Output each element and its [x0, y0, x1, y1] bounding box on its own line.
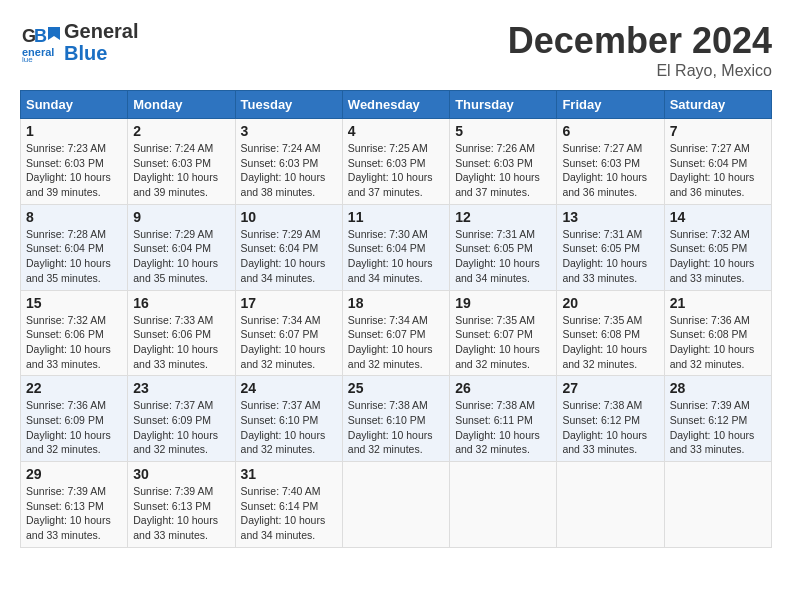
day-number: 8 [26, 209, 122, 225]
day-info: Sunrise: 7:29 AMSunset: 6:04 PMDaylight:… [133, 227, 229, 286]
day-number: 24 [241, 380, 337, 396]
day-cell: 19 Sunrise: 7:35 AMSunset: 6:07 PMDaylig… [450, 290, 557, 376]
day-cell: 23 Sunrise: 7:37 AMSunset: 6:09 PMDaylig… [128, 376, 235, 462]
svg-marker-2 [48, 27, 60, 40]
day-cell [342, 462, 449, 548]
day-info: Sunrise: 7:36 AMSunset: 6:08 PMDaylight:… [670, 313, 766, 372]
day-cell: 25 Sunrise: 7:38 AMSunset: 6:10 PMDaylig… [342, 376, 449, 462]
calendar-body: 1 Sunrise: 7:23 AMSunset: 6:03 PMDayligh… [21, 119, 772, 548]
day-info: Sunrise: 7:39 AMSunset: 6:12 PMDaylight:… [670, 398, 766, 457]
month-title: December 2024 [508, 20, 772, 62]
day-info: Sunrise: 7:38 AMSunset: 6:11 PMDaylight:… [455, 398, 551, 457]
day-number: 27 [562, 380, 658, 396]
day-number: 5 [455, 123, 551, 139]
day-cell [664, 462, 771, 548]
day-cell: 28 Sunrise: 7:39 AMSunset: 6:12 PMDaylig… [664, 376, 771, 462]
day-info: Sunrise: 7:32 AMSunset: 6:05 PMDaylight:… [670, 227, 766, 286]
day-cell: 5 Sunrise: 7:26 AMSunset: 6:03 PMDayligh… [450, 119, 557, 205]
day-cell [450, 462, 557, 548]
calendar-table: SundayMondayTuesdayWednesdayThursdayFrid… [20, 90, 772, 548]
day-cell: 14 Sunrise: 7:32 AMSunset: 6:05 PMDaylig… [664, 204, 771, 290]
day-info: Sunrise: 7:33 AMSunset: 6:06 PMDaylight:… [133, 313, 229, 372]
day-cell: 1 Sunrise: 7:23 AMSunset: 6:03 PMDayligh… [21, 119, 128, 205]
week-row-4: 22 Sunrise: 7:36 AMSunset: 6:09 PMDaylig… [21, 376, 772, 462]
day-cell: 24 Sunrise: 7:37 AMSunset: 6:10 PMDaylig… [235, 376, 342, 462]
day-cell: 21 Sunrise: 7:36 AMSunset: 6:08 PMDaylig… [664, 290, 771, 376]
day-number: 19 [455, 295, 551, 311]
page-header: G B eneral lue General Blue December 202… [20, 20, 772, 80]
day-info: Sunrise: 7:27 AMSunset: 6:04 PMDaylight:… [670, 141, 766, 200]
day-cell: 11 Sunrise: 7:30 AMSunset: 6:04 PMDaylig… [342, 204, 449, 290]
day-info: Sunrise: 7:35 AMSunset: 6:08 PMDaylight:… [562, 313, 658, 372]
day-number: 16 [133, 295, 229, 311]
day-cell: 15 Sunrise: 7:32 AMSunset: 6:06 PMDaylig… [21, 290, 128, 376]
day-number: 7 [670, 123, 766, 139]
day-info: Sunrise: 7:36 AMSunset: 6:09 PMDaylight:… [26, 398, 122, 457]
week-row-5: 29 Sunrise: 7:39 AMSunset: 6:13 PMDaylig… [21, 462, 772, 548]
day-cell: 27 Sunrise: 7:38 AMSunset: 6:12 PMDaylig… [557, 376, 664, 462]
day-number: 20 [562, 295, 658, 311]
day-number: 6 [562, 123, 658, 139]
day-cell: 10 Sunrise: 7:29 AMSunset: 6:04 PMDaylig… [235, 204, 342, 290]
day-number: 25 [348, 380, 444, 396]
day-cell: 26 Sunrise: 7:38 AMSunset: 6:11 PMDaylig… [450, 376, 557, 462]
day-number: 4 [348, 123, 444, 139]
day-cell: 2 Sunrise: 7:24 AMSunset: 6:03 PMDayligh… [128, 119, 235, 205]
day-cell: 3 Sunrise: 7:24 AMSunset: 6:03 PMDayligh… [235, 119, 342, 205]
day-number: 12 [455, 209, 551, 225]
day-number: 15 [26, 295, 122, 311]
location: El Rayo, Mexico [508, 62, 772, 80]
day-cell: 18 Sunrise: 7:34 AMSunset: 6:07 PMDaylig… [342, 290, 449, 376]
logo: G B eneral lue General Blue [20, 20, 138, 64]
day-cell: 6 Sunrise: 7:27 AMSunset: 6:03 PMDayligh… [557, 119, 664, 205]
day-cell: 7 Sunrise: 7:27 AMSunset: 6:04 PMDayligh… [664, 119, 771, 205]
day-info: Sunrise: 7:31 AMSunset: 6:05 PMDaylight:… [562, 227, 658, 286]
day-info: Sunrise: 7:34 AMSunset: 6:07 PMDaylight:… [348, 313, 444, 372]
day-info: Sunrise: 7:24 AMSunset: 6:03 PMDaylight:… [241, 141, 337, 200]
day-number: 13 [562, 209, 658, 225]
day-number: 17 [241, 295, 337, 311]
week-row-1: 1 Sunrise: 7:23 AMSunset: 6:03 PMDayligh… [21, 119, 772, 205]
day-info: Sunrise: 7:30 AMSunset: 6:04 PMDaylight:… [348, 227, 444, 286]
day-number: 3 [241, 123, 337, 139]
day-cell: 13 Sunrise: 7:31 AMSunset: 6:05 PMDaylig… [557, 204, 664, 290]
day-number: 9 [133, 209, 229, 225]
day-number: 22 [26, 380, 122, 396]
week-row-2: 8 Sunrise: 7:28 AMSunset: 6:04 PMDayligh… [21, 204, 772, 290]
day-info: Sunrise: 7:23 AMSunset: 6:03 PMDaylight:… [26, 141, 122, 200]
day-info: Sunrise: 7:39 AMSunset: 6:13 PMDaylight:… [26, 484, 122, 543]
header-friday: Friday [557, 91, 664, 119]
day-info: Sunrise: 7:29 AMSunset: 6:04 PMDaylight:… [241, 227, 337, 286]
day-number: 29 [26, 466, 122, 482]
week-row-3: 15 Sunrise: 7:32 AMSunset: 6:06 PMDaylig… [21, 290, 772, 376]
day-info: Sunrise: 7:31 AMSunset: 6:05 PMDaylight:… [455, 227, 551, 286]
day-number: 1 [26, 123, 122, 139]
day-number: 28 [670, 380, 766, 396]
header-monday: Monday [128, 91, 235, 119]
day-number: 2 [133, 123, 229, 139]
day-info: Sunrise: 7:35 AMSunset: 6:07 PMDaylight:… [455, 313, 551, 372]
day-info: Sunrise: 7:37 AMSunset: 6:09 PMDaylight:… [133, 398, 229, 457]
day-cell: 31 Sunrise: 7:40 AMSunset: 6:14 PMDaylig… [235, 462, 342, 548]
day-number: 10 [241, 209, 337, 225]
day-info: Sunrise: 7:25 AMSunset: 6:03 PMDaylight:… [348, 141, 444, 200]
day-cell: 8 Sunrise: 7:28 AMSunset: 6:04 PMDayligh… [21, 204, 128, 290]
svg-text:lue: lue [22, 55, 33, 62]
day-info: Sunrise: 7:38 AMSunset: 6:12 PMDaylight:… [562, 398, 658, 457]
day-info: Sunrise: 7:37 AMSunset: 6:10 PMDaylight:… [241, 398, 337, 457]
day-number: 26 [455, 380, 551, 396]
day-cell: 4 Sunrise: 7:25 AMSunset: 6:03 PMDayligh… [342, 119, 449, 205]
day-cell: 12 Sunrise: 7:31 AMSunset: 6:05 PMDaylig… [450, 204, 557, 290]
day-number: 11 [348, 209, 444, 225]
day-number: 14 [670, 209, 766, 225]
svg-text:B: B [34, 26, 47, 46]
day-number: 31 [241, 466, 337, 482]
logo-icon: G B eneral lue [20, 22, 60, 62]
header-wednesday: Wednesday [342, 91, 449, 119]
day-info: Sunrise: 7:38 AMSunset: 6:10 PMDaylight:… [348, 398, 444, 457]
day-cell: 17 Sunrise: 7:34 AMSunset: 6:07 PMDaylig… [235, 290, 342, 376]
header-tuesday: Tuesday [235, 91, 342, 119]
day-cell: 20 Sunrise: 7:35 AMSunset: 6:08 PMDaylig… [557, 290, 664, 376]
calendar-header-row: SundayMondayTuesdayWednesdayThursdayFrid… [21, 91, 772, 119]
day-cell: 16 Sunrise: 7:33 AMSunset: 6:06 PMDaylig… [128, 290, 235, 376]
